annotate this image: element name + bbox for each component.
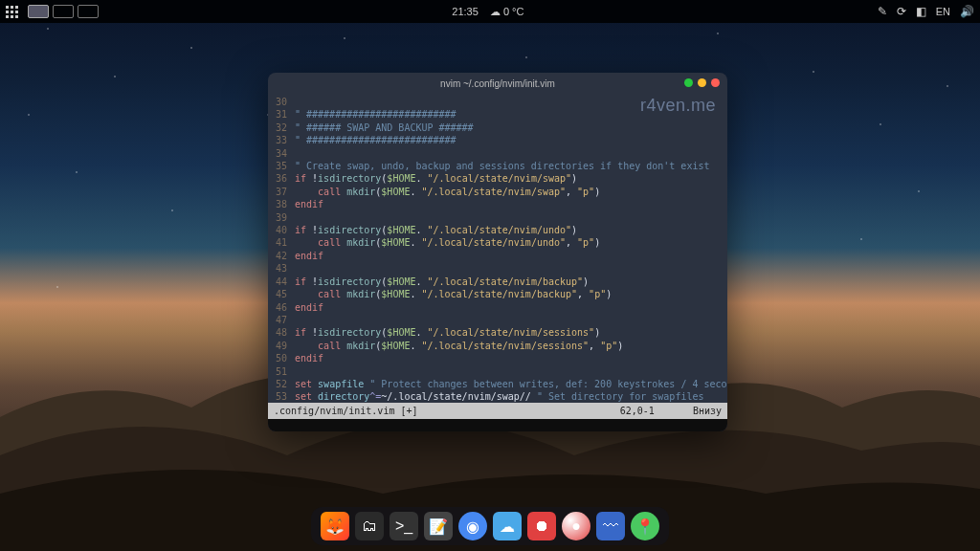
line-text: if !isdirectory($HOME. "/.local/state/nv… [295, 276, 720, 288]
line-number: 52 [268, 378, 295, 390]
code-line: 38endif [268, 198, 720, 210]
line-text: " ###### SWAP AND BACKUP ###### [295, 121, 720, 134]
vim-statusbar: .config/nvim/init.vim [+] 62,0-1 Внизу [268, 403, 727, 419]
dock: 🦊 🗂 >_ 📝 ◉ ☁ ⏺ ● 〰 📍 [311, 507, 669, 545]
terminal-title: nvim ~/.config/nvim/init.vim [440, 78, 555, 89]
code-line: 42endif [268, 250, 720, 262]
code-line: 48if !isdirectory($HOME. "/.local/state/… [268, 326, 720, 339]
status-position: 62,0-1 [620, 406, 655, 416]
window-close-icon[interactable] [711, 78, 720, 87]
terminal-titlebar[interactable]: nvim ~/.config/nvim/init.vim [268, 73, 727, 94]
line-number: 37 [268, 186, 295, 198]
line-number: 32 [268, 121, 295, 134]
line-text: if !isdirectory($HOME. "/.local/state/nv… [295, 326, 720, 339]
line-number: 43 [268, 262, 295, 275]
line-number: 50 [268, 352, 295, 364]
line-text: call mkdir($HOME. "/.local/state/nvim/ba… [295, 288, 720, 300]
volume-icon[interactable]: 🔊 [960, 5, 974, 18]
code-line: 37 call mkdir($HOME. "/.local/state/nvim… [268, 186, 720, 198]
status-filepath: .config/nvim/init.vim [+] [274, 406, 418, 416]
line-number: 51 [268, 365, 295, 378]
vim-cmdline[interactable] [268, 419, 727, 431]
line-text [295, 314, 720, 326]
code-line: 53set directory^=~/.local/state/nvim/swa… [268, 390, 720, 403]
code-line: 45 call mkdir($HOME. "/.local/state/nvim… [268, 288, 720, 300]
code-line: 32" ###### SWAP AND BACKUP ###### [268, 121, 720, 134]
line-number: 41 [268, 236, 295, 249]
tray-icon[interactable]: ◧ [916, 5, 926, 18]
code-line: 41 call mkdir($HOME. "/.local/state/nvim… [268, 236, 720, 249]
update-icon[interactable]: ⟳ [897, 5, 906, 18]
line-number: 42 [268, 250, 295, 262]
workspace-2[interactable] [53, 5, 74, 18]
dock-ball[interactable]: ● [562, 512, 590, 540]
line-text: call mkdir($HOME. "/.local/state/nvim/sw… [295, 186, 720, 198]
line-number: 49 [268, 340, 295, 352]
dock-chromium[interactable]: ◉ [458, 512, 487, 540]
dock-monitor[interactable]: 〰 [596, 512, 625, 540]
line-number: 44 [268, 276, 295, 288]
line-text: " ########################## [295, 134, 720, 146]
workspaces[interactable] [28, 5, 99, 18]
dock-recorder[interactable]: ⏺ [527, 512, 556, 540]
code-line: 50endif [268, 352, 720, 364]
dock-firefox[interactable]: 🦊 [321, 512, 349, 540]
line-number: 45 [268, 288, 295, 300]
code-line: 34 [268, 147, 720, 160]
line-text [295, 262, 720, 275]
workspace-3[interactable] [78, 5, 99, 18]
line-number: 30 [268, 96, 295, 108]
line-number: 48 [268, 326, 295, 339]
line-number: 38 [268, 198, 295, 210]
workspace-1[interactable] [28, 5, 49, 18]
line-text: set swapfile " Protect changes between w… [295, 378, 727, 390]
clock[interactable]: 21:35 [452, 6, 479, 18]
code-line: 36if !isdirectory($HOME. "/.local/state/… [268, 172, 720, 185]
dock-text-editor[interactable]: 📝 [424, 512, 453, 540]
code-line: 46endif [268, 301, 720, 314]
line-number: 35 [268, 160, 295, 172]
code-line: 47 [268, 314, 720, 326]
line-text [295, 147, 720, 160]
activities-icon[interactable] [6, 6, 18, 18]
code-line: 51 [268, 365, 720, 378]
code-line: 40if !isdirectory($HOME. "/.local/state/… [268, 224, 720, 236]
line-text: " Create swap, undo, backup and sessions… [295, 160, 720, 172]
line-text: set directory^=~/.local/state/nvim/swap/… [295, 390, 720, 403]
line-number: 31 [268, 108, 295, 121]
terminal-window[interactable]: nvim ~/.config/nvim/init.vim r4ven.me 30… [268, 73, 727, 431]
line-number: 39 [268, 211, 295, 224]
code-line: 35" Create swap, undo, backup and sessio… [268, 160, 720, 172]
dock-cloud[interactable]: ☁ [493, 512, 522, 540]
keyboard-layout[interactable]: EN [936, 6, 950, 17]
line-text: call mkdir($HOME. "/.local/state/nvim/se… [295, 340, 720, 352]
dock-files[interactable]: 🗂 [355, 512, 384, 540]
dock-terminal[interactable]: >_ [390, 512, 418, 540]
code-line: 43 [268, 262, 720, 275]
status-scroll: Внизу [693, 406, 722, 416]
code-line: 49 call mkdir($HOME. "/.local/state/nvim… [268, 340, 720, 352]
line-text: if !isdirectory($HOME. "/.local/state/nv… [295, 172, 720, 185]
line-number: 33 [268, 134, 295, 146]
code-line: 39 [268, 211, 720, 224]
line-text: endif [295, 301, 720, 314]
line-number: 34 [268, 147, 295, 160]
edit-icon[interactable]: ✎ [878, 5, 887, 18]
line-text [295, 211, 720, 224]
line-text: call mkdir($HOME. "/.local/state/nvim/un… [295, 236, 720, 249]
code-line: 52set swapfile " Protect changes between… [268, 378, 720, 390]
line-text [295, 365, 720, 378]
line-number: 40 [268, 224, 295, 236]
weather[interactable]: ☁ 0 °C [490, 6, 524, 18]
code-line: 44if !isdirectory($HOME. "/.local/state/… [268, 276, 720, 288]
window-minimize-icon[interactable] [684, 78, 693, 87]
editor-area[interactable]: 3031" ##########################32" ####… [268, 94, 727, 403]
code-line: 33" ########################## [268, 134, 720, 146]
line-text: endif [295, 198, 720, 210]
line-text: endif [295, 250, 720, 262]
dock-green[interactable]: 📍 [631, 512, 659, 540]
window-maximize-icon[interactable] [698, 78, 706, 87]
top-bar: 21:35 ☁ 0 °C ✎ ⟳ ◧ EN 🔊 [0, 0, 980, 23]
line-number: 36 [268, 172, 295, 185]
watermark: r4ven.me [640, 96, 716, 116]
